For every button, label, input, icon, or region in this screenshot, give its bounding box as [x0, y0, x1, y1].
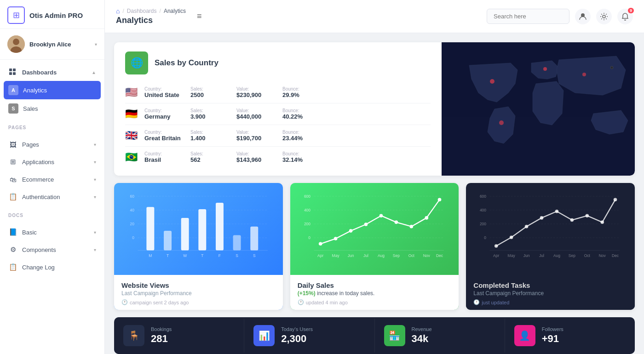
website-views-info: Website Views Last Campaign Performance … [114, 275, 283, 310]
svg-text:Jul: Jul [363, 253, 368, 258]
stats-row: 🪑 Bookings 281 📊 Today's Users 2,300 🏪 R… [114, 317, 635, 354]
svg-point-48 [334, 237, 338, 240]
completed-tasks-card: 600 400 200 0 [466, 183, 635, 310]
world-map [442, 42, 635, 176]
menu-icon[interactable]: ≡ [197, 11, 202, 21]
value-col-de: Value: $440,000 [236, 108, 278, 120]
svg-rect-28 [216, 203, 224, 251]
svg-point-47 [319, 242, 322, 246]
nav-item-sales[interactable]: S Sales [0, 99, 104, 118]
website-views-card: 60 40 20 0 M T [114, 183, 283, 310]
svg-text:200: 200 [304, 222, 310, 226]
svg-text:Jun: Jun [347, 253, 354, 258]
value-col-br: Value: $143,960 [236, 151, 278, 163]
users-data: Today's Users 2,300 [281, 326, 313, 345]
svg-text:T: T [201, 253, 203, 258]
country-col-de: Country: Germany [144, 108, 186, 120]
daily-sales-suffix: increase in today sales. [317, 290, 374, 297]
svg-text:T: T [167, 253, 169, 258]
svg-rect-26 [181, 218, 189, 251]
value-col-us: Value: $230,900 [236, 86, 278, 98]
flag-de: 🇩🇪 [125, 108, 140, 120]
svg-rect-5 [9, 72, 12, 75]
svg-point-12 [499, 120, 504, 125]
nav-item-pages[interactable]: 🖼 Pages ▾ [0, 136, 104, 153]
svg-text:Jul: Jul [539, 253, 544, 258]
svg-rect-4 [13, 69, 16, 71]
analytics-label: Analytics [23, 87, 96, 94]
svg-text:Jun: Jun [523, 253, 530, 258]
search-input[interactable] [487, 9, 569, 24]
svg-text:Nov: Nov [423, 253, 430, 258]
svg-text:20: 20 [130, 222, 135, 226]
dashboards-label: Dashboards [22, 69, 87, 76]
breadcrumb-analytics: Analytics [164, 8, 186, 14]
svg-text:200: 200 [480, 222, 486, 226]
stat-bookings: 🪑 Bookings 281 [114, 319, 244, 353]
profile-section[interactable]: Brooklyn Alice ▾ [0, 29, 104, 60]
svg-point-77 [540, 216, 544, 220]
nav-item-changelog[interactable]: 📋 Change Log [0, 258, 104, 276]
svg-text:S: S [253, 253, 256, 258]
svg-text:60: 60 [130, 194, 135, 199]
ecommerce-icon: 🛍 [8, 175, 17, 184]
globe-icon: 🌐 [125, 51, 148, 74]
breadcrumb-dashboards[interactable]: Dashboards [127, 8, 157, 14]
completed-tasks-title: Completed Tasks [473, 281, 627, 289]
sales-title: Sales by Country [155, 58, 218, 68]
nav-item-dashboards[interactable]: Dashboards ▲ [0, 63, 104, 81]
bookings-data: Bookings 281 [151, 326, 172, 345]
svg-text:Dec: Dec [436, 253, 443, 258]
sales-col-br: Sales: 562 [190, 151, 232, 163]
settings-icon-button[interactable] [596, 9, 612, 24]
nav-item-components[interactable]: ⚙ Components ▾ [0, 241, 104, 258]
bounce-col-gb: Bounce: 23.44% [282, 130, 324, 142]
svg-text:May: May [508, 253, 516, 258]
website-views-title: Website Views [121, 281, 276, 289]
svg-point-78 [555, 210, 559, 213]
flag-us: 🇺🇸 [125, 86, 140, 98]
bookings-value: 281 [151, 333, 172, 345]
pages-icon: 🖼 [8, 140, 17, 149]
nav-docs: 📘 Basic ▾ ⚙ Components ▾ 📋 Change Log [0, 220, 104, 280]
flag-gb: 🇬🇧 [125, 130, 140, 142]
svg-text:0: 0 [484, 235, 487, 240]
svg-rect-3 [9, 69, 12, 71]
basic-label: Basic [22, 229, 89, 236]
country-col-br: Country: Brasil [144, 151, 186, 163]
sales-col-us: Sales: 2500 [190, 86, 232, 98]
svg-rect-25 [164, 231, 172, 250]
notification-icon-button[interactable]: 9 [617, 9, 633, 24]
nav-item-basic[interactable]: 📘 Basic ▾ [0, 223, 104, 241]
breadcrumb-sep2: / [160, 8, 161, 14]
dashboards-icon [8, 68, 17, 77]
country-row-de: 🇩🇪 Country: Germany Sales: 3.900 Value: … [125, 103, 431, 125]
svg-point-82 [614, 198, 617, 202]
revenue-icon: 🏪 [384, 325, 405, 346]
content-area: 🌐 Sales by Country 🇺🇸 Country: United St… [105, 33, 644, 354]
completed-tasks-info: Completed Tasks Last Campaign Performanc… [466, 275, 635, 310]
analytics-letter-icon: A [8, 85, 18, 95]
svg-rect-30 [250, 227, 258, 251]
user-icon-button[interactable] [575, 9, 591, 24]
components-icon: ⚙ [8, 245, 17, 254]
svg-text:Apr: Apr [493, 253, 499, 258]
followers-value: +91 [542, 333, 564, 345]
nav-item-analytics[interactable]: A Analytics [4, 81, 101, 99]
svg-text:Dec: Dec [612, 253, 619, 258]
nav-item-applications[interactable]: ⊞ Applications ▾ [0, 153, 104, 171]
nav-item-ecommerce[interactable]: 🛍 Ecommerce ▾ [0, 171, 104, 188]
clock-icon: 🕐 [121, 299, 128, 305]
svg-rect-27 [198, 209, 206, 250]
svg-point-52 [394, 221, 398, 224]
bounce-col-us: Bounce: 29.9% [282, 86, 324, 98]
users-value: 2,300 [281, 333, 313, 345]
svg-point-11 [543, 67, 547, 71]
svg-point-53 [409, 225, 413, 228]
svg-text:May: May [332, 253, 339, 258]
svg-point-14 [610, 66, 613, 69]
bookings-icon: 🪑 [123, 325, 144, 346]
sales-col-gb: Sales: 1.400 [190, 130, 232, 142]
profile-chevron[interactable]: ▾ [95, 42, 97, 47]
nav-item-authentication[interactable]: 📋 Authentication ▾ [0, 188, 104, 206]
